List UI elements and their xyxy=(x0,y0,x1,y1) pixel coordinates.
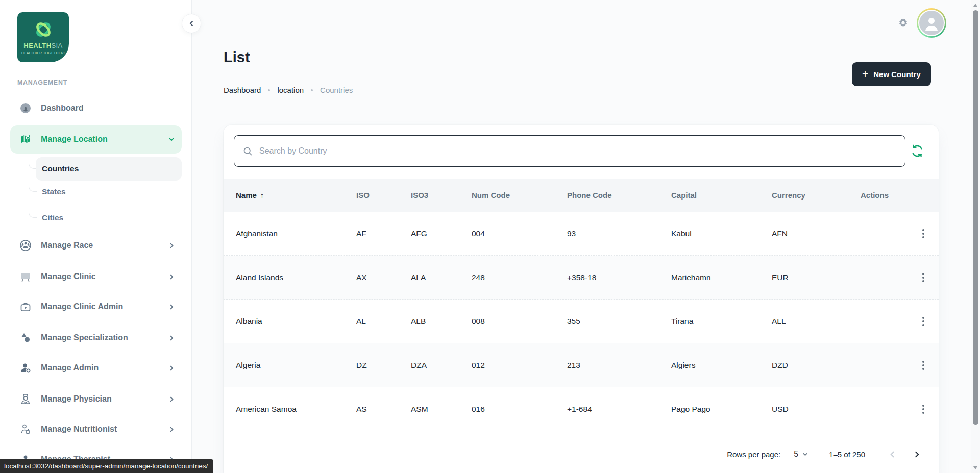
chevron-right-icon xyxy=(168,242,176,250)
cell-iso: AX xyxy=(356,273,411,282)
sidebar-item-manage-nutritionist[interactable]: Manage Nutritionist xyxy=(10,417,182,441)
user-avatar[interactable] xyxy=(917,8,946,38)
sidebar-item-manage-location[interactable]: Manage Location xyxy=(10,125,182,154)
cell-phone-code: 93 xyxy=(567,229,671,238)
cell-iso3: ALB xyxy=(411,317,472,326)
column-header-name[interactable]: Name ↑ xyxy=(224,191,356,200)
refresh-button[interactable] xyxy=(910,143,925,159)
cell-capital: Pago Pago xyxy=(671,405,772,414)
chevron-right-icon xyxy=(168,273,176,281)
cell-phone-code: 355 xyxy=(567,317,671,326)
sidebar-subitem-countries[interactable]: Countries xyxy=(36,157,182,181)
sidebar: HEALTHSIA HEALTHIER TOGETHER! MANAGEMENT… xyxy=(0,0,192,473)
scrollbar-thumb[interactable] xyxy=(973,10,978,425)
sidebar-item-dashboard[interactable]: Dashboard xyxy=(10,96,182,120)
sidebar-item-manage-clinic-admin[interactable]: Manage Clinic Admin xyxy=(10,294,182,319)
scrollbar-up-arrow[interactable] xyxy=(973,4,977,7)
column-header-num-code[interactable]: Num Code xyxy=(472,191,567,200)
table-row: American Samoa AS ASM 016 +1-684 Pago Pa… xyxy=(224,387,939,431)
column-header-iso3[interactable]: ISO3 xyxy=(411,191,472,200)
cell-name: Aland Islands xyxy=(224,273,356,282)
cell-iso3: DZA xyxy=(411,361,472,370)
sidebar-item-label: Dashboard xyxy=(41,104,84,113)
scrollbar-down-arrow[interactable] xyxy=(973,466,977,469)
cell-iso3: AFG xyxy=(411,229,472,238)
sidebar-subitem-cities[interactable]: Cities xyxy=(42,207,144,229)
chevron-left-icon xyxy=(187,19,195,28)
row-actions-menu-button[interactable] xyxy=(918,358,929,373)
breadcrumb-separator-dot xyxy=(268,89,270,91)
cell-iso3: ASM xyxy=(411,405,472,414)
row-actions-menu-button[interactable] xyxy=(918,402,929,417)
cell-capital: Kabul xyxy=(671,229,772,238)
row-actions-menu-button[interactable] xyxy=(918,226,929,241)
sidebar-item-label: Manage Physician xyxy=(41,394,112,404)
search-input[interactable] xyxy=(259,146,897,156)
gear-icon xyxy=(897,17,910,30)
sidebar-item-label: Manage Nutritionist xyxy=(41,425,117,434)
breadcrumb-dashboard[interactable]: Dashboard xyxy=(224,86,261,94)
settings-button[interactable] xyxy=(896,16,910,30)
map-location-icon xyxy=(19,133,32,145)
row-actions-menu-button[interactable] xyxy=(918,314,929,329)
knot-logo-icon xyxy=(32,18,55,41)
cell-currency: AFN xyxy=(772,229,861,238)
clinic-board-icon xyxy=(19,270,32,283)
cell-capital: Algiers xyxy=(671,361,772,370)
sidebar-subitem-label: Countries xyxy=(42,164,79,173)
subtree-elbow xyxy=(29,184,37,192)
column-header-phone-code[interactable]: Phone Code xyxy=(567,191,671,200)
sidebar-collapse-button[interactable] xyxy=(182,14,201,33)
cell-iso: DZ xyxy=(356,361,411,370)
sidebar-item-label: Manage Race xyxy=(41,241,93,250)
sidebar-item-manage-clinic[interactable]: Manage Clinic xyxy=(10,264,182,289)
column-header-currency[interactable]: Currency xyxy=(772,191,861,200)
previous-page-button[interactable] xyxy=(886,447,899,461)
chevron-right-icon xyxy=(168,364,176,372)
sidebar-item-manage-admin[interactable]: Manage Admin xyxy=(10,356,182,380)
sidebar-subitem-label: Cities xyxy=(42,213,63,222)
countries-list-card: Name ↑ ISO ISO3 Num Code Phone Code Capi… xyxy=(224,125,939,473)
cell-name: American Samoa xyxy=(224,405,356,414)
chevron-down-icon xyxy=(167,135,176,143)
cell-num-code: 004 xyxy=(472,229,567,238)
column-header-iso[interactable]: ISO xyxy=(356,191,411,200)
rows-per-page-select[interactable]: 5 xyxy=(794,450,808,459)
main-content: List Dashboard location Countries + New … xyxy=(192,0,971,473)
chevron-right-icon xyxy=(168,334,176,342)
column-header-capital[interactable]: Capital xyxy=(671,191,772,200)
person-add-icon xyxy=(19,362,32,374)
breadcrumb-countries: Countries xyxy=(320,86,353,94)
cell-iso: AF xyxy=(356,229,411,238)
row-actions-menu-button[interactable] xyxy=(918,270,929,285)
sidebar-item-label: Manage Clinic Admin xyxy=(41,302,123,311)
medical-bag-icon xyxy=(19,301,32,313)
cell-num-code: 248 xyxy=(472,273,567,282)
cell-name: Algeria xyxy=(224,361,356,370)
user-icon xyxy=(923,14,940,32)
new-country-button[interactable]: + New Country xyxy=(852,62,931,86)
refresh-icon xyxy=(910,144,924,158)
cell-currency: ALL xyxy=(772,317,861,326)
subtree-elbow xyxy=(29,210,37,218)
sidebar-item-manage-race[interactable]: Manage Race xyxy=(10,233,182,258)
sidebar-item-manage-physician[interactable]: Manage Physician xyxy=(10,387,182,411)
cell-num-code: 012 xyxy=(472,361,567,370)
cell-iso: AS xyxy=(356,405,411,414)
brand-logo[interactable]: HEALTHSIA HEALTHIER TOGETHER! xyxy=(17,12,69,62)
search-field[interactable] xyxy=(234,135,905,167)
page-title: List xyxy=(224,49,250,66)
vertical-scrollbar[interactable] xyxy=(971,0,980,473)
table-row: Albania AL ALB 008 355 Tirana ALL xyxy=(224,300,939,343)
sidebar-item-manage-specialization[interactable]: Manage Specialization xyxy=(10,326,182,350)
pagination-bar: Rows per page: 5 1–5 of 250 xyxy=(224,431,939,473)
breadcrumb-location[interactable]: location xyxy=(277,86,304,94)
breadcrumb-separator-dot xyxy=(311,89,313,91)
cell-num-code: 008 xyxy=(472,317,567,326)
sidebar-subitem-label: States xyxy=(42,187,66,196)
cell-currency: USD xyxy=(772,405,861,414)
next-page-button[interactable] xyxy=(910,447,923,461)
table-row: Afghanistan AF AFG 004 93 Kabul AFN xyxy=(224,212,939,256)
cell-capital: Tirana xyxy=(671,317,772,326)
sidebar-subitem-states[interactable]: States xyxy=(42,181,144,203)
